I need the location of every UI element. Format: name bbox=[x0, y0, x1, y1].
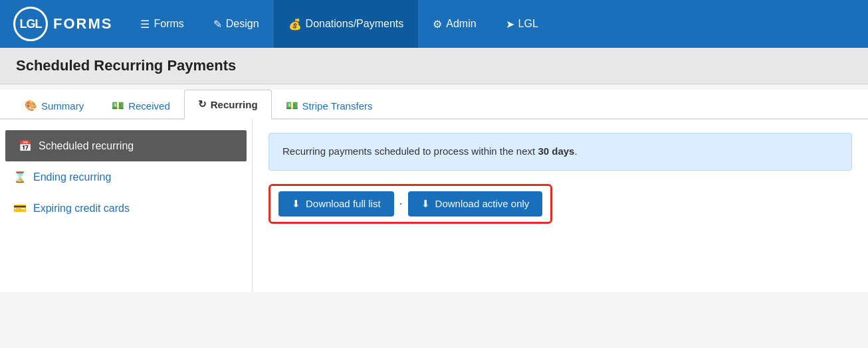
page-header: Scheduled Recurring Payments bbox=[0, 48, 868, 84]
scheduled-label: Scheduled recurring bbox=[39, 140, 134, 152]
received-tab-label: Received bbox=[128, 100, 170, 112]
nav-items: ☰ Forms ✎ Design 💰 Donations/Payments ⚙ … bbox=[126, 0, 868, 48]
tab-stripe[interactable]: 💵 Stripe Transfers bbox=[272, 91, 387, 120]
download-active-icon: ⬇ bbox=[421, 198, 430, 210]
content-area: 📅 Scheduled recurring ⌛ Ending recurring… bbox=[0, 120, 868, 292]
summary-tab-label: Summary bbox=[41, 100, 84, 112]
nav-label-lgl: LGL bbox=[518, 18, 538, 30]
nav-item-design[interactable]: ✎ Design bbox=[199, 0, 274, 48]
nav-item-admin[interactable]: ⚙ Admin bbox=[418, 0, 490, 48]
btn-separator: · bbox=[399, 197, 403, 211]
lgl-nav-icon: ➤ bbox=[506, 18, 514, 31]
recurring-tab-icon: ↻ bbox=[198, 98, 207, 110]
creditcard-icon: 💳 bbox=[13, 202, 27, 215]
download-container: ⬇ Download full list · ⬇ Download active… bbox=[269, 184, 552, 224]
sidebar: 📅 Scheduled recurring ⌛ Ending recurring… bbox=[0, 120, 253, 292]
download-full-icon: ⬇ bbox=[292, 198, 300, 210]
tab-summary[interactable]: 🎨 Summary bbox=[11, 91, 98, 120]
info-box: Recurring payments scheduled to process … bbox=[269, 133, 852, 171]
logo-circle: LGL bbox=[13, 7, 48, 41]
tabs-container: 🎨 Summary 💵 Received ↻ Recurring 💵 Strip… bbox=[0, 90, 868, 120]
sidebar-item-scheduled[interactable]: 📅 Scheduled recurring bbox=[5, 130, 247, 161]
download-active-button[interactable]: ⬇ Download active only bbox=[408, 191, 543, 217]
page-title: Scheduled Recurring Payments bbox=[16, 57, 852, 74]
navigation: LGL FORMS ☰ Forms ✎ Design 💰 Donations/P… bbox=[0, 0, 868, 48]
admin-icon: ⚙ bbox=[433, 18, 442, 31]
forms-icon: ☰ bbox=[140, 18, 150, 31]
design-icon: ✎ bbox=[213, 18, 222, 31]
ending-label: Ending recurring bbox=[33, 171, 111, 183]
download-active-label: Download active only bbox=[435, 198, 530, 209]
received-tab-icon: 💵 bbox=[112, 100, 124, 112]
tab-recurring[interactable]: ↻ Recurring bbox=[184, 90, 272, 120]
nav-label-admin: Admin bbox=[446, 18, 476, 30]
main-content: Recurring payments scheduled to process … bbox=[253, 120, 868, 292]
stripe-tab-icon: 💵 bbox=[286, 100, 298, 112]
nav-item-lgl[interactable]: ➤ LGL bbox=[491, 0, 553, 48]
nav-label-forms: Forms bbox=[154, 18, 183, 30]
stripe-tab-label: Stripe Transfers bbox=[302, 100, 373, 112]
info-period: . bbox=[574, 145, 577, 157]
hourglass-icon: ⌛ bbox=[13, 171, 27, 183]
info-text: Recurring payments scheduled to process … bbox=[282, 145, 538, 157]
donations-icon: 💰 bbox=[288, 18, 302, 31]
sidebar-item-expiring[interactable]: 💳 Expiring credit cards bbox=[0, 193, 252, 224]
info-days: 30 days bbox=[538, 145, 574, 157]
calendar-icon: 📅 bbox=[19, 139, 32, 152]
nav-item-forms[interactable]: ☰ Forms bbox=[126, 0, 198, 48]
logo-initials: LGL bbox=[20, 17, 42, 31]
expiring-label: Expiring credit cards bbox=[33, 203, 130, 215]
download-full-button[interactable]: ⬇ Download full list bbox=[278, 191, 394, 217]
nav-item-donations[interactable]: 💰 Donations/Payments bbox=[274, 0, 419, 48]
summary-tab-icon: 🎨 bbox=[25, 100, 37, 112]
download-full-label: Download full list bbox=[306, 198, 381, 209]
logo-area[interactable]: LGL FORMS bbox=[0, 0, 126, 48]
tab-received[interactable]: 💵 Received bbox=[98, 91, 184, 120]
sidebar-item-ending[interactable]: ⌛ Ending recurring bbox=[0, 161, 252, 193]
nav-label-donations: Donations/Payments bbox=[306, 18, 404, 30]
logo-text: FORMS bbox=[53, 15, 112, 33]
recurring-tab-label: Recurring bbox=[211, 99, 258, 110]
nav-label-design: Design bbox=[226, 18, 259, 30]
